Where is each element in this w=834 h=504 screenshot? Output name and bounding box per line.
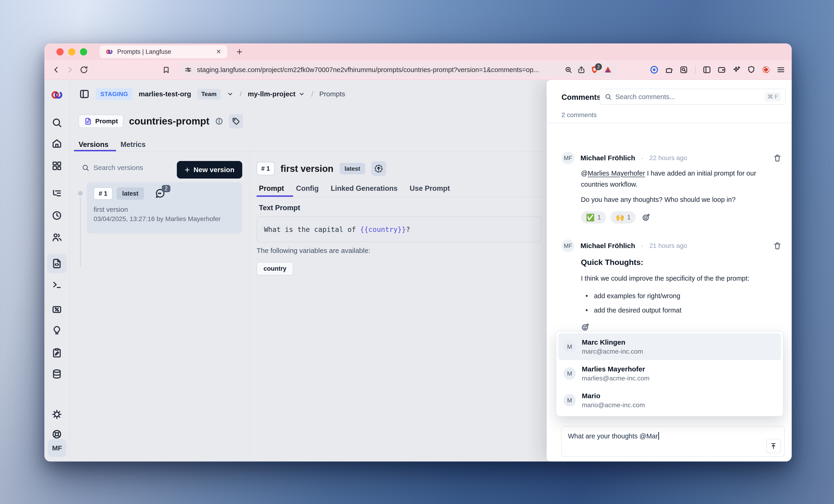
- versions-search[interactable]: [82, 164, 167, 171]
- dot-separator: ·: [641, 242, 643, 249]
- privacy-shield-icon[interactable]: [747, 65, 755, 74]
- chevron-down-icon: [298, 91, 305, 97]
- tab-linked-generations[interactable]: Linked Generations: [331, 184, 398, 193]
- new-version-button[interactable]: + New version: [177, 161, 242, 179]
- tab-versions[interactable]: Versions: [79, 140, 108, 149]
- window-minimize-button[interactable]: [68, 48, 75, 55]
- sidebar-settings-icon[interactable]: [50, 408, 64, 421]
- sidebar-evaluation-icon[interactable]: [50, 324, 64, 337]
- sidebar-search-icon[interactable]: [50, 116, 64, 129]
- tag-button[interactable]: [229, 114, 243, 129]
- brave-logo-icon[interactable]: [604, 66, 612, 74]
- mention-option-marc[interactable]: M Marc Klingen marc@acme-inc.com: [558, 333, 781, 360]
- tab-config[interactable]: Config: [296, 184, 319, 193]
- submit-comment-button[interactable]: [766, 439, 781, 453]
- version-number-badge: # 1: [94, 187, 113, 200]
- back-button[interactable]: [51, 65, 62, 75]
- comments-indicator[interactable]: 2: [155, 188, 165, 199]
- breadcrumb-separator: /: [240, 90, 242, 98]
- comments-search[interactable]: ⌘ F: [600, 89, 786, 105]
- reaction-check-pill[interactable]: ✅ 1: [581, 211, 606, 224]
- window-controls: [57, 48, 87, 55]
- leo-ai-sparkle-icon[interactable]: [732, 65, 741, 74]
- mention-email: marlies@acme-inc.com: [582, 375, 650, 382]
- bullet-text: add the desired output format: [594, 305, 681, 316]
- sidebar-home-icon[interactable]: [50, 137, 64, 150]
- breadcrumb-project[interactable]: my-llm-project: [248, 90, 305, 98]
- tab-prompt[interactable]: Prompt: [259, 184, 284, 193]
- comments-title: Comments: [562, 93, 601, 101]
- mention-link[interactable]: Marlies Mayerhofer: [588, 169, 645, 177]
- version-list-item[interactable]: # 1 latest 2 first version 03/04/2025, 1…: [87, 182, 242, 233]
- reaction-count: 1: [627, 214, 631, 221]
- dot-separator: ·: [641, 154, 643, 162]
- mention-option-marlies[interactable]: M Marlies Mayerhofer marlies@acme-inc.co…: [558, 360, 781, 387]
- delete-comment-button[interactable]: [773, 242, 782, 250]
- sidebar-datasets-icon[interactable]: [50, 367, 64, 381]
- user-avatar[interactable]: MF: [48, 439, 66, 457]
- browser-window: Prompts | Langfuse ✕ + stag: [44, 43, 792, 461]
- browser-tab[interactable]: Prompts | Langfuse ✕: [100, 45, 227, 58]
- environment-badge: STAGING: [96, 88, 133, 100]
- tab-close-icon[interactable]: ✕: [216, 48, 221, 55]
- menu-icon[interactable]: [776, 65, 785, 74]
- mention-option-mario[interactable]: M Mario mario@acme-inc.com: [558, 387, 781, 414]
- red-swirl-extension-icon[interactable]: [762, 65, 770, 74]
- tag-icon: [232, 117, 240, 125]
- comments-search-input[interactable]: [615, 93, 761, 101]
- promote-icon: [374, 164, 383, 173]
- reload-button[interactable]: [79, 65, 89, 75]
- bookmark-icon[interactable]: [161, 65, 172, 75]
- org-role-badge[interactable]: Team: [197, 89, 221, 99]
- tab-title: Prompts | Langfuse: [117, 48, 171, 55]
- forward-button[interactable]: [65, 65, 75, 75]
- sidebar-toggle-icon[interactable]: [79, 89, 90, 99]
- window-close-button[interactable]: [57, 48, 64, 55]
- sidebar-annotation-icon[interactable]: [50, 346, 64, 360]
- text-prompt-heading: Text Prompt: [259, 204, 300, 212]
- zoom-in-icon[interactable]: [565, 66, 572, 74]
- breadcrumb-org[interactable]: marlies-test-org: [139, 90, 191, 98]
- sidebar-playground-icon[interactable]: [50, 278, 64, 291]
- tab-metrics[interactable]: Metrics: [120, 140, 146, 149]
- info-icon[interactable]: [215, 117, 223, 125]
- password-manager-icon[interactable]: [650, 65, 659, 74]
- sidebar-dashboards-icon[interactable]: [50, 159, 64, 173]
- sidebar-scores-icon[interactable]: [50, 303, 64, 316]
- mention-name: Mario: [582, 392, 645, 400]
- prompt-variable: {{country}}: [360, 225, 406, 233]
- tab-use-prompt[interactable]: Use Prompt: [410, 184, 450, 193]
- raised-hands-emoji: 🙌: [616, 213, 624, 222]
- prompt-text-suffix: ?: [406, 225, 410, 233]
- new-tab-button[interactable]: +: [237, 46, 242, 58]
- site-settings-icon[interactable]: [184, 66, 192, 73]
- sidebar-tracing-icon[interactable]: [50, 187, 64, 200]
- comments-panel: Comments ⌘ F 2 comments MF Michael Fröhl…: [547, 80, 792, 461]
- url-bar[interactable]: staging.langfuse.com/project/cm22fk0w700…: [178, 63, 619, 77]
- add-reaction-button[interactable]: [642, 213, 651, 222]
- reaction-hands-pill[interactable]: 🙌 1: [611, 211, 635, 224]
- promote-version-button[interactable]: [371, 161, 386, 176]
- window-zoom-button[interactable]: [80, 48, 87, 55]
- add-reaction-button[interactable]: [581, 323, 590, 331]
- wallet-icon[interactable]: [717, 65, 726, 74]
- chevron-down-icon[interactable]: [227, 91, 234, 97]
- versions-search-input[interactable]: [93, 164, 167, 171]
- langfuse-logo[interactable]: [50, 88, 64, 101]
- sidebar-sessions-icon[interactable]: [50, 209, 64, 222]
- brave-shield-icon[interactable]: 2: [590, 66, 599, 74]
- share-icon[interactable]: [577, 66, 585, 74]
- reactions-row: ✅ 1 🙌 1: [581, 211, 777, 224]
- sidebar-prompts-icon-active[interactable]: [47, 254, 67, 273]
- sidebar-panel-icon[interactable]: [702, 65, 711, 74]
- breadcrumb: STAGING marlies-test-org Team / my-llm-p…: [79, 87, 345, 101]
- detail-tabs: Prompt Config Linked Generations Use Pro…: [259, 184, 450, 193]
- search-box-extension-icon[interactable]: [679, 65, 688, 74]
- bullet-text: add examples for right/wrong: [594, 290, 680, 301]
- comment-heading: Quick Thoughts:: [581, 258, 782, 267]
- delete-comment-button[interactable]: [773, 154, 782, 162]
- extensions-puzzle-icon[interactable]: [664, 65, 673, 74]
- sidebar-users-icon[interactable]: [50, 230, 64, 244]
- bullet-item: add the desired output format: [586, 305, 782, 316]
- comment-input[interactable]: What are your thoughts @Mar: [561, 426, 785, 457]
